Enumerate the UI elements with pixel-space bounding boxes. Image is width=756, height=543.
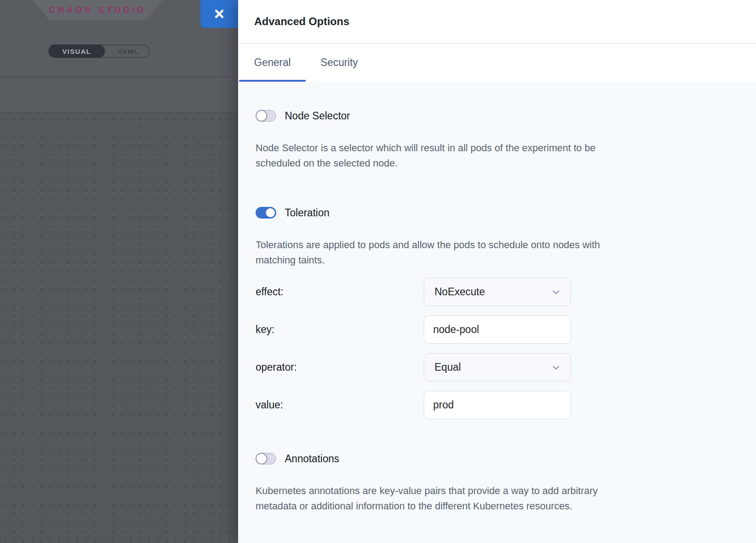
effect-select[interactable]: NoExecute [424,278,571,306]
annotations-row: Annotations [256,453,756,464]
close-drawer-button[interactable] [200,0,238,28]
tab-general-label: General [254,57,291,69]
node-selector-row: Node Selector [256,110,756,122]
drawer-title: Advanced Options [254,15,349,28]
value-input[interactable] [424,391,571,419]
effect-label: effect: [256,286,424,298]
tab-general[interactable]: General [239,44,306,82]
key-input[interactable] [424,315,571,344]
operator-select-value: Equal [434,361,550,373]
toggle-knob [266,208,275,217]
chevron-down-icon [550,361,562,374]
annotations-toggle[interactable] [256,453,276,464]
value-field-row: value: [256,391,756,419]
drawer-tabs: General Security [238,44,756,82]
drawer-header: Advanced Options [238,0,756,44]
effect-select-value: NoExecute [434,286,550,298]
tab-security-label: Security [321,57,358,69]
studio-title: CHAOS STUDIO [49,5,147,15]
node-selector-label: Node Selector [285,110,350,122]
studio-banner: CHAOS STUDIO [33,0,162,20]
annotations-description: Kubernetes annotations are key-value pai… [256,483,756,514]
key-label: key: [256,324,424,336]
operator-select[interactable]: Equal [424,353,571,381]
view-mode-toggle: VISUAL YAML [48,44,150,58]
chaos-studio-screen: CHAOS STUDIO VISUAL YAML Advanced Option… [0,0,756,543]
tab-security[interactable]: Security [320,44,359,82]
advanced-options-drawer: Advanced Options General Security Node S… [238,0,756,543]
toggle-knob [256,110,267,122]
operator-field-row: operator: Equal [256,353,756,381]
yaml-tab[interactable]: YAML [105,44,152,58]
operator-label: operator: [256,361,424,373]
effect-field-row: effect: NoExecute [256,278,756,306]
close-icon [213,8,225,20]
node-selector-toggle[interactable] [256,110,276,122]
annotations-label: Annotations [285,453,339,465]
node-selector-description: Node Selector is a selector which will r… [256,140,756,171]
drawer-content: Node Selector Node Selector is a selecto… [238,82,756,543]
chaos-studio-editor: CHAOS STUDIO VISUAL YAML [0,0,238,543]
toleration-toggle[interactable] [256,207,276,219]
experiment-canvas[interactable] [0,113,238,543]
chevron-down-icon [550,286,562,298]
visual-tab[interactable]: VISUAL [48,44,105,58]
header-divider [0,77,238,77]
toggle-knob [256,453,267,464]
toleration-row: Toleration [256,207,756,219]
key-field-row: key: [256,315,756,344]
value-label: value: [256,399,424,411]
toleration-label: Toleration [285,207,330,219]
toleration-form: effect: NoExecute key: operator: [256,278,756,419]
toleration-description: Tolerations are applied to pods and allo… [256,237,756,268]
